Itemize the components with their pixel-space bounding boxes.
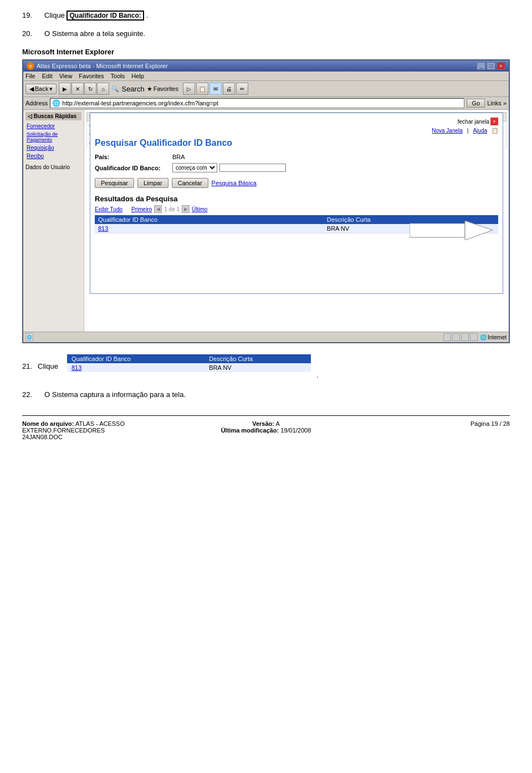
address-url: http://external-test.partneragencies.org… [62,100,218,106]
qualificador-label: Qualificador ID Banco: [95,165,172,171]
footer-externo: EXTERNO.FORNECEDORES [22,427,185,434]
status-btn-3 [461,333,469,341]
menu-favorites[interactable]: Favorites [79,73,104,79]
qualificador-input[interactable] [219,164,286,172]
ie-title-text: Atlas Expresso beta - Microsoft Internet… [37,63,168,69]
exibir-tudo-link[interactable]: Exibir Tudo [95,206,122,212]
svg-rect-0 [410,223,465,237]
media-btn[interactable]: ▷ [183,83,195,95]
links-btn[interactable]: Links » [487,100,507,106]
sidebar-link-requisicao[interactable]: Requisição [25,144,81,151]
pais-label: País: [95,154,172,160]
step-21-table: Qualificador ID Banco Descrição Curta 81… [67,354,311,372]
ie-sidebar: ◁ Buscas Rápidas Fornecedor Solicitação … [23,110,84,332]
status-btn-4 [470,333,478,341]
help-icon: 📋 [492,128,498,134]
menu-help[interactable]: Help [131,73,144,79]
step-20-num: 20. [22,29,44,38]
results-title: Resultados da Pesquisa [95,195,498,203]
step21-link-813[interactable]: 813 [71,364,81,371]
back-dropdown-icon: ▾ [49,85,53,93]
globe-icon: 🌐 [52,99,60,107]
search-icon: 🔍 [111,85,119,93]
sidebar-title: ◁ Buscas Rápidas [25,112,81,120]
stop-btn[interactable]: ✕ [71,83,84,95]
status-btn-1 [443,333,451,341]
menu-edit[interactable]: Edit [42,73,53,79]
mail-btn[interactable]: ✉ [209,83,222,95]
primeiro-link[interactable]: Primeiro [131,206,152,212]
qualificador-id-banco-highlight: Qualificador ID Banco: [66,11,144,21]
maximize-btn[interactable]: □ [487,62,495,70]
globe-zone-icon: 🌐 [480,334,487,340]
doc-footer: Nome do arquivo: ATLAS - ACESSO EXTERNO.… [22,415,510,440]
step21-col-descricao: Descrição Curta [204,354,311,363]
footer-ultima-modificacao: Última modificação: 19/01/2008 [185,427,347,434]
menu-file[interactable]: File [25,73,35,79]
print-btn[interactable]: 🖨 [223,83,235,95]
refresh-btn[interactable]: ↻ [84,83,96,95]
home-btn[interactable]: ⌂ [97,83,109,95]
menu-tools[interactable]: Tools [111,73,125,79]
prev-page-btn[interactable]: ◀ [154,205,162,213]
ie-zone-info: 🌐 Internet [480,334,507,340]
svg-marker-1 [465,221,493,240]
limpar-btn[interactable]: Limpar [137,178,168,188]
edit-btn[interactable]: ✏ [236,83,248,95]
address-input-wrapper[interactable]: 🌐 http://external-test.partneragencies.o… [50,98,464,108]
qualificador-dropdown[interactable]: começa com [172,163,217,172]
cancelar-btn[interactable]: Cancelar [172,178,208,188]
step21-table-row[interactable]: 813BRA NV [67,363,311,372]
extra-toolbar-btns: ▷ 📋 ✉ 🖨 ✏ [183,83,248,95]
step21-cell-qualificador[interactable]: 813 [67,363,204,372]
go-button[interactable]: Go [467,99,485,108]
sidebar-link-solicitacao[interactable]: Solicitação de Pagamento [25,131,81,143]
favorites-btn[interactable]: ★ Favorites [147,85,178,93]
ie-title-controls[interactable]: _ □ × [477,62,505,70]
col-qualificador: Qualificador ID Banco [95,215,324,224]
footer-left: Nome do arquivo: ATLAS - ACESSO EXTERNO.… [22,420,185,440]
step21-header-row: Qualificador ID Banco Descrição Curta [67,354,311,363]
minimize-btn[interactable]: _ [477,62,485,70]
arrow-svg [410,221,493,240]
sidebar-link-recibo[interactable]: Recibo [25,152,81,160]
star-icon: ★ [147,85,152,93]
popup-empty-space [95,233,498,289]
popup-form: País: BRA Qualificador ID Banco: começa … [95,154,498,172]
ie-window: e Atlas Expresso beta - Microsoft Intern… [22,59,510,343]
status-progress-btns [443,333,478,341]
forward-btn[interactable]: ▶ [59,83,71,95]
page-info: 1 de 1 [164,206,180,212]
result-link-813[interactable]: 813 [98,225,108,232]
fechar-janela-btn[interactable]: fechar janela × [458,118,498,125]
results-nav: Exibir Tudo Primeiro ◀ 1 de 1 ▶ Último [95,205,498,213]
footer-center: Versão: A Última modificação: 19/01/2008 [185,420,347,440]
step-21-table-wrapper: Qualificador ID Banco Descrição Curta 81… [67,354,311,372]
footer-page: Página 19 / 28 [347,420,510,427]
popup-toplinks: Nova Janela | Ajuda 📋 [95,128,498,134]
ie-status-bar: 🌐 🌐 Internet [23,332,509,342]
search-label[interactable]: Search [121,85,144,93]
ajuda-link[interactable]: Ajuda [473,128,487,134]
close-btn[interactable]: × [497,62,505,70]
back-button[interactable]: ◀ Back ▾ [25,84,57,94]
step-19-text: Clique Qualificador ID Banco: . [44,11,148,19]
qualificador-row: Qualificador ID Banco: começa com [95,163,498,172]
step21-col-qualificador: Qualificador ID Banco [67,354,204,363]
pesquisa-basica-link[interactable]: Pesquisa Básica [212,180,257,186]
pais-value: BRA [172,154,185,160]
pesquisar-btn[interactable]: Pesquisar [95,178,134,188]
fechar-x-icon[interactable]: × [490,118,498,125]
search-area[interactable]: 🔍 Search [111,85,144,93]
step-21-num: 21. [22,354,32,370]
nova-janela-link[interactable]: Nova Janela [432,128,463,134]
step-22-text: O Sistema captura a informação para a te… [44,390,186,399]
popup-header: fechar janela × [95,118,498,125]
ultimo-link[interactable]: Último [192,206,207,212]
address-label: Address [25,100,48,106]
menu-view[interactable]: View [59,73,73,79]
result-cell-qualificador[interactable]: 813 [95,224,324,233]
next-page-btn[interactable]: ▶ [182,205,190,213]
sidebar-link-fornecedor[interactable]: Fornecedor [25,123,81,130]
history-btn[interactable]: 📋 [196,83,208,95]
